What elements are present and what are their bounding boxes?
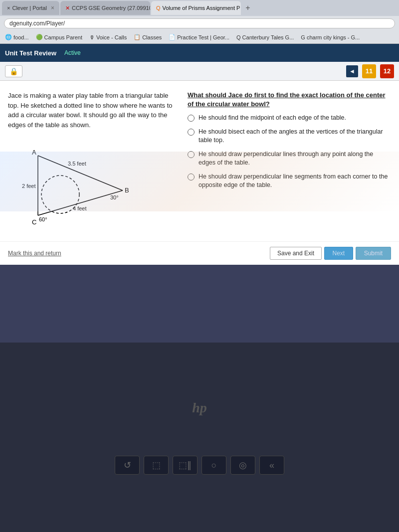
tab-volume-favicon: Q bbox=[156, 5, 161, 11]
choice-c-text: He should draw perpendicular lines throu… bbox=[199, 150, 391, 168]
bookmark-charm[interactable]: G charm city kings - G... bbox=[299, 34, 362, 41]
bookmark-voice[interactable]: 🎙 Voice - Calls bbox=[87, 34, 129, 41]
question-stem-right: What should Jace do first to find the ex… bbox=[188, 91, 391, 109]
new-tab-button[interactable]: + bbox=[242, 2, 254, 14]
choice-d-text: He should draw perpendicular line segmen… bbox=[199, 173, 391, 190]
bookmarks-bar: 🌐 food... 🟢 Campus Parent 🎙 Voice - Call… bbox=[0, 31, 399, 44]
save-exit-button[interactable]: Save and Exit bbox=[270, 247, 322, 260]
question-body: Jace is making a water play table from a… bbox=[8, 91, 391, 235]
svg-text:4 feet: 4 feet bbox=[73, 205, 87, 211]
address-bar bbox=[0, 16, 399, 31]
svg-text:B: B bbox=[125, 186, 129, 194]
question-right: What should Jace do first to find the ex… bbox=[188, 91, 391, 235]
browser-chrome: × Clever | Portal × ✕ CCPS GSE Geometry … bbox=[0, 0, 399, 44]
bookmark-campus[interactable]: 🟢 Campus Parent bbox=[34, 33, 84, 41]
key-brightness-down[interactable]: ○ bbox=[201, 456, 226, 475]
keyboard-row: ↺ ⬚ ⬚‖ ○ ◎ « bbox=[115, 456, 284, 475]
tab-clever[interactable]: × Clever | Portal × bbox=[2, 1, 59, 15]
triangle-svg: A B C 3.5 feet 2 feet 4 feet 30° 60° bbox=[8, 136, 148, 235]
tab-volume-label: Volume of Prisms Assignment P bbox=[163, 5, 240, 11]
tab-bar: × Clever | Portal × ✕ CCPS GSE Geometry … bbox=[0, 0, 399, 16]
choice-a[interactable]: He should find the midpoint of each edge… bbox=[188, 114, 391, 123]
key-mute[interactable]: « bbox=[259, 456, 284, 475]
question-stem-left: Jace is making a water play table from a… bbox=[8, 91, 178, 130]
choice-d[interactable]: He should draw perpendicular line segmen… bbox=[188, 173, 391, 190]
radio-a[interactable] bbox=[188, 115, 195, 122]
tab-ccps-label: CCPS GSE Geometry (27.09910) bbox=[72, 5, 150, 11]
url-input[interactable] bbox=[4, 18, 395, 28]
mark-return-link[interactable]: Mark this and return bbox=[8, 250, 61, 257]
question-container: Jace is making a water play table from a… bbox=[0, 81, 399, 241]
hp-logo: hp bbox=[192, 400, 207, 416]
key-refresh[interactable]: ↺ bbox=[115, 456, 140, 475]
section-title: Unit Test Review bbox=[5, 49, 56, 57]
tab-ccps-favicon: ✕ bbox=[65, 5, 70, 11]
svg-text:C: C bbox=[32, 218, 36, 226]
next-button[interactable]: Next bbox=[324, 247, 354, 260]
bookmark-canterbury[interactable]: Q Canterbury Tales G... bbox=[234, 34, 296, 41]
edu-toolbar: 🔒 ◄ 11 12 bbox=[0, 62, 399, 81]
choice-c[interactable]: He should draw perpendicular lines throu… bbox=[188, 150, 391, 168]
tab-volume[interactable]: Q Volume of Prisms Assignment P × bbox=[151, 1, 241, 15]
nav-num-12[interactable]: 12 bbox=[380, 64, 394, 78]
submit-button[interactable]: Submit bbox=[356, 247, 391, 260]
tab-ccps[interactable]: ✕ CCPS GSE Geometry (27.09910) × bbox=[60, 1, 150, 15]
bookmark-food[interactable]: 🌐 food... bbox=[3, 33, 31, 41]
radio-d[interactable] bbox=[188, 174, 195, 180]
radio-b[interactable] bbox=[188, 129, 195, 136]
nav-num-11[interactable]: 11 bbox=[362, 64, 376, 78]
bookmark-practice[interactable]: 📄 Practice Test | Geor... bbox=[167, 33, 231, 41]
svg-text:A: A bbox=[32, 149, 36, 156]
key-brightness-up[interactable]: ◎ bbox=[230, 456, 255, 475]
key-multiwindow[interactable]: ⬚‖ bbox=[173, 456, 198, 475]
question-left: Jace is making a water play table from a… bbox=[8, 91, 178, 235]
question-footer: Mark this and return Save and Exit Next … bbox=[0, 241, 399, 265]
tab-clever-label: Clever | Portal bbox=[12, 5, 47, 11]
print-button[interactable]: 🔒 bbox=[5, 65, 22, 77]
tab-clever-favicon: × bbox=[7, 5, 10, 11]
svg-text:60°: 60° bbox=[39, 216, 47, 222]
edu-header: Unit Test Review Active bbox=[0, 44, 399, 62]
triangle-diagram: A B C 3.5 feet 2 feet 4 feet 30° 60° bbox=[8, 136, 148, 235]
choice-a-text: He should find the midpoint of each edge… bbox=[199, 114, 346, 123]
choice-b[interactable]: He should bisect each of the angles at t… bbox=[188, 128, 391, 145]
prev-nav-button[interactable]: ◄ bbox=[346, 65, 358, 77]
laptop-bottom: hp ↺ ⬚ ⬚‖ ○ ◎ « bbox=[0, 343, 399, 532]
bookmark-classes[interactable]: 📋 Classes bbox=[132, 33, 164, 41]
svg-text:30°: 30° bbox=[110, 194, 119, 200]
svg-text:2 feet: 2 feet bbox=[22, 183, 36, 189]
tab-clever-close[interactable]: × bbox=[51, 4, 54, 11]
svg-text:3.5 feet: 3.5 feet bbox=[68, 161, 86, 167]
radio-c[interactable] bbox=[188, 151, 195, 158]
status-badge: Active bbox=[64, 49, 81, 56]
key-window[interactable]: ⬚ bbox=[144, 456, 169, 475]
choice-b-text: He should bisect each of the angles at t… bbox=[199, 128, 391, 145]
